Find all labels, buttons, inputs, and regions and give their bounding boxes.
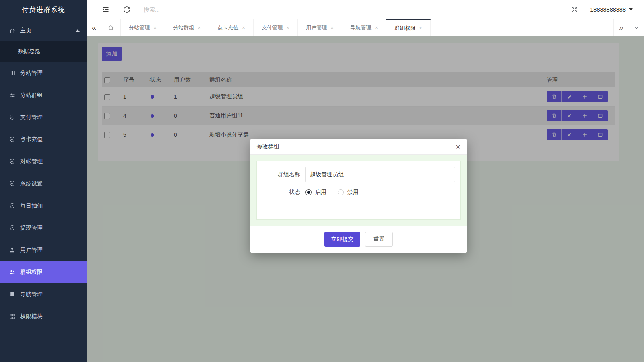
tab-payment-management[interactable]: 支付管理: [254, 19, 298, 36]
sidebar-item-system-settings[interactable]: 系统设置: [0, 173, 87, 195]
sidebar-item-label: 主页: [20, 27, 31, 34]
tabs-scroll-left-button[interactable]: [87, 19, 101, 36]
sidebar-item-payment-management[interactable]: 支付管理: [0, 106, 87, 128]
sidebar-item-withdrawal-management[interactable]: 提现管理: [0, 217, 87, 239]
sidebar: 付费进群系统 主页 数据总览 分站管理 分站群组 支付管理 点卡充值: [0, 0, 87, 362]
sidebar-item-nav-management[interactable]: 导航管理: [0, 283, 87, 305]
submit-button[interactable]: 立即提交: [324, 232, 360, 247]
edit-group-modal: 修改群组 群组名称 状态 启用 禁用: [250, 139, 467, 253]
search-input[interactable]: [144, 6, 236, 13]
tabs-scroll-right-button[interactable]: [613, 19, 629, 36]
sidebar-item-substation-management[interactable]: 分站管理: [0, 62, 87, 84]
tab-label: 导航管理: [350, 24, 371, 31]
radio-enabled-label: 启用: [315, 189, 326, 196]
tab-bar: 分站管理 分站群组 点卡充值 支付管理 用户管理 导航管理 群组权限: [87, 19, 644, 36]
sidebar-item-reconciliation-management[interactable]: 对帐管理: [0, 150, 87, 173]
shield-check-icon: [9, 224, 16, 231]
tab-substation-management[interactable]: 分站管理: [121, 19, 165, 36]
sidebar-item-daily-commission[interactable]: 每日抽佣: [0, 195, 87, 217]
modal-header: 修改群组: [250, 139, 467, 155]
sidebar-item-label: 导航管理: [20, 291, 43, 298]
edit-group-form: 群组名称 状态 启用 禁用: [256, 161, 461, 220]
user-icon: [9, 247, 16, 253]
status-label: 状态: [257, 189, 300, 196]
shield-check-icon: [9, 180, 16, 187]
tab-substation-groups[interactable]: 分站群组: [165, 19, 209, 36]
status-radio-group: 启用 禁用: [305, 189, 370, 196]
sidebar-item-group-permissions[interactable]: 群组权限: [0, 261, 87, 283]
sidebar-item-label: 提现管理: [20, 224, 43, 232]
close-icon[interactable]: [419, 25, 422, 31]
sidebar-item-label: 分站管理: [20, 70, 43, 77]
sidebar-item-label: 每日抽佣: [20, 202, 43, 210]
radio-disabled-label: 禁用: [347, 189, 359, 196]
tab-user-management[interactable]: 用户管理: [298, 19, 342, 36]
users-icon: [9, 269, 16, 276]
tab-home[interactable]: [101, 19, 121, 36]
close-icon[interactable]: [242, 25, 245, 31]
caret-down-icon: [629, 8, 633, 10]
site-columns-icon: [9, 70, 16, 76]
sidebar-subitem-label: 数据总览: [18, 48, 40, 55]
sidebar-item-user-management[interactable]: 用户管理: [0, 239, 87, 261]
user-dropdown[interactable]: 18888888888: [590, 6, 633, 13]
sidebar-item-label: 群组权限: [20, 269, 43, 276]
tab-label: 用户管理: [306, 24, 327, 31]
sidebar-item-label: 对帐管理: [20, 158, 43, 165]
modal-title: 修改群组: [257, 143, 279, 150]
grid-icon: [9, 313, 16, 320]
tab-nav-management[interactable]: 导航管理: [342, 19, 386, 36]
sidebar-item-label: 分站群组: [20, 92, 43, 99]
sidebar-item-label: 权限模块: [20, 313, 43, 320]
sidebar-item-permission-modules[interactable]: 权限模块: [0, 305, 87, 327]
top-header: 18888888888: [87, 0, 644, 19]
modal-footer: 立即提交 重置: [250, 226, 467, 253]
tab-group-permissions[interactable]: 群组权限: [386, 19, 431, 36]
radio-enabled[interactable]: [305, 189, 312, 195]
sidebar-item-substation-groups[interactable]: 分站群组: [0, 84, 87, 106]
home-icon: [9, 27, 16, 34]
group-name-input[interactable]: [305, 167, 455, 182]
modal-close-icon[interactable]: [456, 143, 460, 151]
close-icon[interactable]: [286, 25, 289, 31]
reset-button[interactable]: 重置: [365, 232, 393, 247]
sidebar-item-home[interactable]: 主页: [0, 20, 87, 41]
shield-check-icon: [9, 158, 16, 165]
modal-body: 群组名称 状态 启用 禁用: [250, 155, 467, 226]
tab-label: 分站群组: [173, 24, 194, 31]
sidebar-item-label: 用户管理: [20, 247, 43, 254]
shield-check-icon: [9, 136, 16, 143]
sliders-icon: [9, 92, 16, 99]
main-area: 18888888888 分站管理 分站群组 点卡充值 支付管理 用户管理 导航管…: [87, 0, 644, 362]
sidebar-item-data-overview[interactable]: 数据总览: [0, 41, 87, 62]
shield-check-icon: [9, 114, 16, 121]
sidebar-item-label: 系统设置: [20, 180, 43, 187]
sidebar-item-label: 点卡充值: [20, 136, 43, 143]
close-icon[interactable]: [375, 25, 378, 31]
chevron-up-icon: [76, 29, 80, 32]
tab-card-recharge[interactable]: 点卡充值: [209, 19, 254, 36]
username: 18888888888: [590, 6, 626, 13]
group-name-label: 群组名称: [257, 171, 300, 178]
fullscreen-icon[interactable]: [571, 6, 578, 13]
tab-label: 点卡充值: [217, 24, 238, 31]
close-icon[interactable]: [330, 25, 334, 31]
radio-disabled[interactable]: [338, 189, 344, 195]
book-icon: [9, 291, 16, 298]
tab-label: 支付管理: [262, 24, 283, 31]
tabs-menu-button[interactable]: [629, 19, 644, 36]
tab-label: 群组权限: [394, 25, 415, 32]
app-title: 付费进群系统: [0, 0, 87, 20]
tab-label: 分站管理: [129, 24, 150, 31]
collapse-sidebar-icon[interactable]: [101, 5, 110, 14]
shield-check-icon: [9, 202, 16, 209]
close-icon[interactable]: [198, 25, 201, 31]
sidebar-item-label: 支付管理: [20, 114, 43, 121]
sidebar-item-card-recharge[interactable]: 点卡充值: [0, 128, 87, 150]
close-icon[interactable]: [153, 25, 157, 31]
content-area: 添加 序号 状态 用户数 群组名称 管理: [87, 36, 644, 362]
refresh-icon[interactable]: [123, 6, 131, 14]
